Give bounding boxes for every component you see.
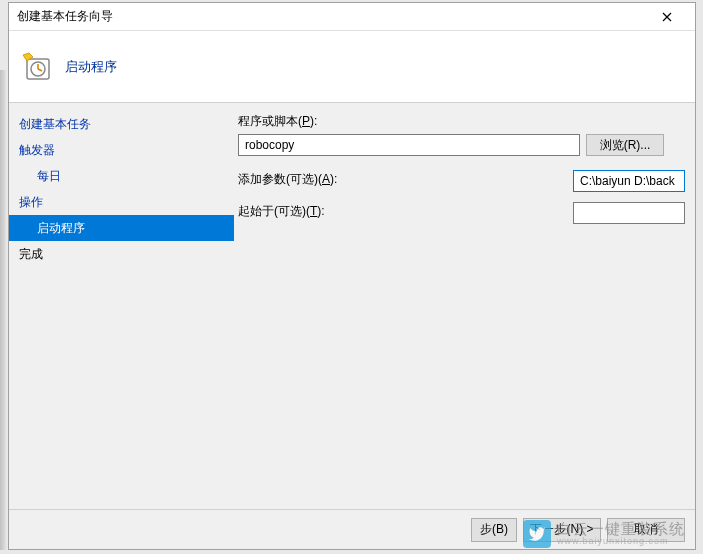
wizard-header: 启动程序 bbox=[9, 31, 695, 103]
wizard-sidebar: 创建基本任务 触发器 每日 操作 启动程序 完成 bbox=[9, 103, 234, 509]
startin-label: 起始于(可选)(T): bbox=[238, 203, 325, 220]
window-title: 创建基本任务向导 bbox=[17, 8, 113, 25]
sidebar-item-create-task[interactable]: 创建基本任务 bbox=[9, 111, 234, 137]
close-button[interactable] bbox=[647, 7, 687, 27]
form-area: 程序或脚本(P): 浏览(R)... 添加参数(可选)(A): 起始于(可选)(… bbox=[234, 103, 695, 509]
args-input[interactable] bbox=[573, 170, 685, 192]
next-button[interactable]: 下一步(N) > bbox=[523, 518, 601, 542]
content-area: 创建基本任务 触发器 每日 操作 启动程序 完成 程序或脚本(P): 浏览(R)… bbox=[9, 103, 695, 509]
startin-input[interactable] bbox=[573, 202, 685, 224]
sidebar-item-finish: 完成 bbox=[9, 241, 234, 267]
sidebar-item-daily[interactable]: 每日 bbox=[9, 163, 234, 189]
wizard-window: 创建基本任务向导 启动程序 创建基本任务 触发器 每日 操作 启动程序 完成 bbox=[8, 2, 696, 550]
cancel-button[interactable]: 取消 bbox=[607, 518, 685, 542]
program-label: 程序或脚本(P): bbox=[238, 113, 685, 130]
args-label: 添加参数(可选)(A): bbox=[238, 171, 337, 188]
titlebar: 创建基本任务向导 bbox=[9, 3, 695, 31]
back-button[interactable]: 步(B) bbox=[471, 518, 517, 542]
wizard-header-title: 启动程序 bbox=[65, 58, 117, 76]
program-input[interactable] bbox=[238, 134, 580, 156]
wizard-footer: 步(B) 下一步(N) > 取消 bbox=[9, 509, 695, 549]
browse-button[interactable]: 浏览(R)... bbox=[586, 134, 664, 156]
wizard-icon bbox=[21, 51, 53, 83]
left-edge-decor bbox=[0, 70, 6, 550]
sidebar-item-start-program[interactable]: 启动程序 bbox=[9, 215, 234, 241]
sidebar-item-trigger[interactable]: 触发器 bbox=[9, 137, 234, 163]
sidebar-item-action[interactable]: 操作 bbox=[9, 189, 234, 215]
close-icon bbox=[662, 12, 672, 22]
